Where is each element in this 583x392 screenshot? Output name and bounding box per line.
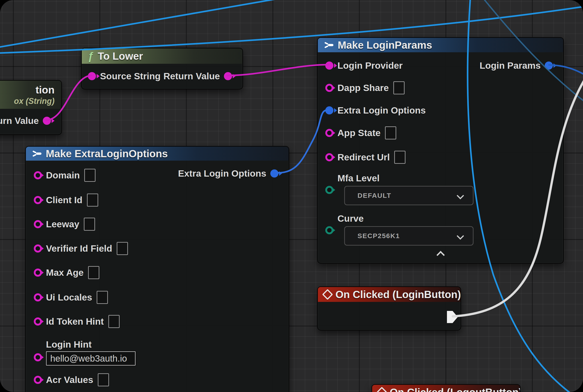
node-title: tion [36, 84, 54, 96]
node-title: On Clicked (LoginButton) [336, 288, 460, 300]
verifier-id-field-text-box[interactable] [117, 242, 128, 255]
curve-dropdown[interactable]: SECP256K1 [344, 226, 474, 246]
pin-label: Dapp Share [338, 83, 389, 93]
mfa-level-dropdown[interactable]: DEFAULT [344, 186, 474, 205]
make-struct-icon [32, 150, 42, 157]
pin-label: Extra Login Options [338, 105, 426, 116]
event-diamond-icon [322, 289, 333, 300]
login-hint-value: hello@web3auth.io [47, 354, 127, 364]
client-id-pin[interactable] [34, 196, 42, 204]
event-diamond-icon [376, 387, 387, 392]
node-header[interactable]: Make LoginParams [318, 38, 563, 52]
pin-label: Redirect Url [338, 152, 390, 163]
background-wire-blue [0, 0, 284, 48]
client-id-text-box[interactable] [87, 194, 98, 206]
dapp-share-pin[interactable] [325, 84, 334, 92]
dapp-share-text-box[interactable] [393, 81, 404, 94]
node-header[interactable]: ƒ To Lower [82, 48, 242, 64]
mfa-level-pin[interactable] [325, 186, 334, 194]
domain-pin[interactable] [34, 171, 42, 179]
mfa-level-value: DEFAULT [345, 192, 391, 200]
curve-pin[interactable] [325, 226, 334, 234]
pin-label: Verifier Id Field [46, 243, 112, 254]
make-struct-icon [324, 42, 334, 48]
acr-values-text-box[interactable] [98, 373, 109, 386]
pin-label: App State [338, 128, 380, 138]
login-provider-pin[interactable] [325, 62, 334, 70]
pin-label: Return Value [163, 71, 220, 82]
login-params-out-pin[interactable] [545, 62, 553, 70]
id-token-hint-text-box[interactable] [108, 315, 120, 328]
leeway-pin[interactable] [34, 220, 42, 228]
pin-label: Id Token Hint [46, 316, 104, 327]
id-token-hint-pin[interactable] [34, 318, 42, 326]
return-value-pin[interactable] [224, 72, 232, 80]
node-title: On Clicked (LogoutButton) [390, 386, 520, 392]
pin-label: Ui Locales [46, 292, 92, 303]
node-header[interactable]: tion ox (String) [0, 81, 61, 109]
chevron-down-icon [456, 192, 464, 200]
node-title: Make ExtraLoginOptions [46, 148, 168, 160]
node-partial-function[interactable]: tion ox (String) eturn Value [0, 80, 62, 135]
node-title: To Lower [98, 50, 143, 62]
verifier-id-field-pin[interactable] [34, 244, 42, 252]
pin-label: Source String [100, 71, 160, 82]
node-make-extra-login-options[interactable]: Make ExtraLoginOptions Domain Client Id … [25, 146, 289, 392]
extra-login-options-out-pin[interactable] [270, 170, 278, 178]
pin-label: Login Hint [46, 339, 136, 350]
node-make-login-params[interactable]: Make LoginParams Login Provider Login Pa… [317, 37, 564, 264]
pin-label: Leeway [46, 219, 79, 230]
pin-label: Curve [338, 213, 474, 224]
app-state-text-box[interactable] [385, 126, 396, 140]
leeway-text-box[interactable] [84, 218, 95, 231]
redirect-url-text-box[interactable] [394, 151, 406, 164]
node-header[interactable]: Make ExtraLoginOptions [26, 147, 288, 161]
max-age-pin[interactable] [34, 268, 42, 277]
pin-label: Domain [46, 170, 80, 181]
node-title: Make LoginParams [338, 39, 432, 51]
return-value-pin[interactable] [43, 117, 51, 125]
collapse-node-chevron[interactable] [436, 251, 445, 259]
pin-label: Client Id [46, 195, 82, 206]
app-state-pin[interactable] [325, 129, 334, 137]
chevron-down-icon [456, 232, 464, 240]
pin-label: Max Age [46, 268, 84, 278]
acr-values-pin[interactable] [34, 376, 42, 384]
max-age-text-box[interactable] [88, 266, 99, 279]
node-to-lower[interactable]: ƒ To Lower Source String Return Value [81, 48, 243, 90]
redirect-url-pin[interactable] [325, 153, 334, 161]
exec-out-pin[interactable] [447, 311, 458, 323]
login-hint-input[interactable]: hello@web3auth.io [46, 351, 136, 366]
ui-locales-text-box[interactable] [97, 291, 108, 304]
extra-login-options-in-pin[interactable] [325, 106, 334, 114]
node-header[interactable]: On Clicked (LoginButton) [318, 287, 460, 302]
domain-text-box[interactable] [84, 169, 96, 182]
ui-locales-pin[interactable] [34, 293, 42, 302]
pin-label: Extra Login Options [178, 168, 266, 179]
pin-label: Login Params [480, 60, 541, 71]
blueprint-canvas[interactable]: tion ox (String) eturn Value ƒ To Lower … [0, 0, 583, 392]
pin-label: Acr Values [46, 375, 93, 385]
pin-label: eturn Value [0, 116, 39, 126]
curve-value: SECP256K1 [345, 232, 400, 240]
node-header[interactable]: On Clicked (LogoutButton) [372, 385, 520, 392]
pin-label: Login Provider [338, 60, 402, 71]
source-string-pin[interactable] [88, 72, 96, 80]
node-on-clicked-login-button[interactable]: On Clicked (LoginButton) [317, 286, 461, 330]
function-icon: ƒ [88, 50, 94, 62]
node-on-clicked-logout-button[interactable]: On Clicked (LogoutButton) [372, 384, 520, 392]
node-subtitle: ox (String) [14, 96, 54, 106]
login-hint-pin[interactable] [34, 353, 42, 361]
pin-label: Mfa Level [338, 173, 474, 184]
